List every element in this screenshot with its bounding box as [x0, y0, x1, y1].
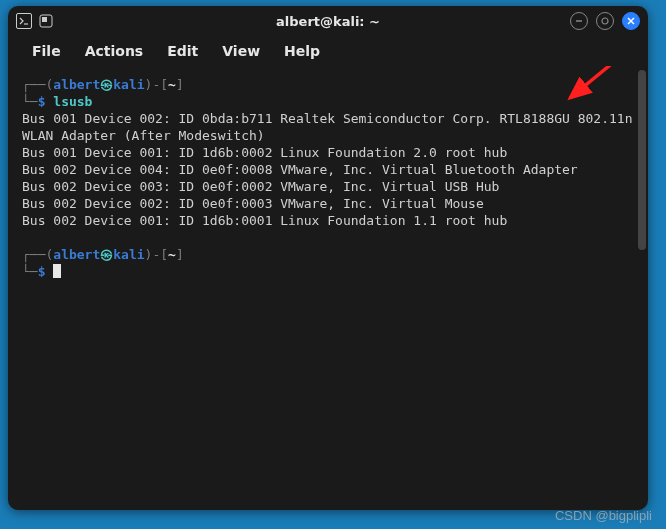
watermark: CSDN @bigplipli — [555, 508, 652, 523]
terminal-window: albert@kali: ~ File Actions Edit View He… — [8, 6, 648, 510]
output-line: Bus 002 Device 003: ID 0e0f:0002 VMware,… — [22, 178, 644, 195]
prompt-cwd: ~ — [168, 77, 176, 92]
prompt-user: albert — [53, 247, 100, 262]
menubar: File Actions Edit View Help — [8, 36, 648, 66]
titlebar[interactable]: albert@kali: ~ — [8, 6, 648, 36]
prompt-host: kali — [113, 247, 144, 262]
prompt-frame2: └─ — [22, 264, 38, 279]
menu-help[interactable]: Help — [274, 39, 330, 63]
prompt-block-1: ┌──(albert㉿kali)-[~] └─$ lsusb — [22, 76, 644, 110]
terminal-body[interactable]: ┌──(albert㉿kali)-[~] └─$ lsusb Bus 001 D… — [8, 66, 648, 510]
menu-edit[interactable]: Edit — [157, 39, 208, 63]
prompt-frame2: └─ — [22, 94, 38, 109]
prompt-end: ] — [176, 247, 184, 262]
close-button[interactable] — [622, 12, 640, 30]
prompt-block-2: ┌──(albert㉿kali)-[~] └─$ — [22, 246, 644, 280]
svg-point-4 — [602, 18, 608, 24]
prompt-close: )-[ — [145, 247, 168, 262]
prompt-frame: ┌──( — [22, 77, 53, 92]
app-icon — [16, 13, 32, 29]
output-line: Bus 002 Device 001: ID 1d6b:0001 Linux F… — [22, 212, 644, 229]
prompt-frame: ┌──( — [22, 247, 53, 262]
blank-line — [22, 229, 644, 246]
prompt-cwd: ~ — [168, 247, 176, 262]
command-text: lsusb — [53, 94, 92, 109]
output-line: Bus 002 Device 002: ID 0e0f:0003 VMware,… — [22, 195, 644, 212]
menu-file[interactable]: File — [22, 39, 71, 63]
minimize-button[interactable] — [570, 12, 588, 30]
maximize-button[interactable] — [596, 12, 614, 30]
prompt-close: )-[ — [145, 77, 168, 92]
scrollbar[interactable] — [638, 70, 646, 250]
output-line: Bus 001 Device 001: ID 1d6b:0002 Linux F… — [22, 144, 644, 161]
prompt-user: albert — [53, 77, 100, 92]
prompt-end: ] — [176, 77, 184, 92]
output-line: Bus 001 Device 002: ID 0bda:b711 Realtek… — [22, 110, 644, 144]
titlebar-left — [16, 13, 96, 29]
new-tab-icon[interactable] — [38, 13, 54, 29]
prompt-at: ㉿ — [100, 247, 113, 262]
svg-rect-2 — [42, 17, 47, 22]
menu-actions[interactable]: Actions — [75, 39, 154, 63]
window-controls — [560, 12, 640, 30]
prompt-at: ㉿ — [100, 77, 113, 92]
prompt-dollar: $ — [38, 94, 46, 109]
prompt-dollar: $ — [38, 264, 46, 279]
prompt-host: kali — [113, 77, 144, 92]
window-title: albert@kali: ~ — [96, 14, 560, 29]
menu-view[interactable]: View — [212, 39, 270, 63]
cursor — [53, 264, 61, 278]
output-line: Bus 002 Device 004: ID 0e0f:0008 VMware,… — [22, 161, 644, 178]
